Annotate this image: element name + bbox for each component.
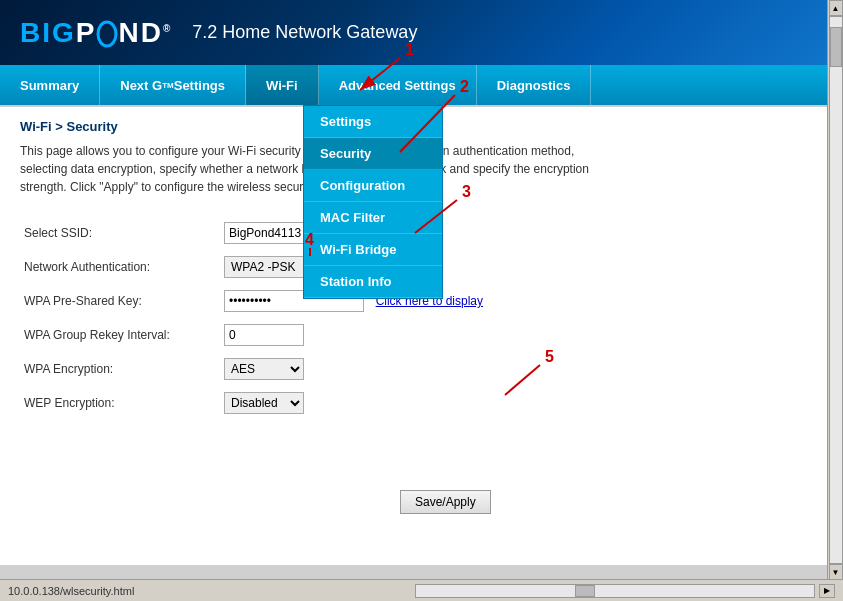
right-scrollbar[interactable]: ▲ ▼	[827, 0, 843, 580]
hscroll-right-btn[interactable]: ▶	[819, 584, 835, 598]
wep-value-cell: Disabled Enabled	[220, 386, 823, 420]
nav-diagnostics[interactable]: Diagnostics	[477, 65, 592, 105]
nav-summary[interactable]: Summary	[0, 65, 100, 105]
ssid-label: Select SSID:	[20, 216, 220, 250]
dropdown-wifibridge[interactable]: Wi-Fi Bridge	[304, 234, 442, 266]
nav-nextg[interactable]: Next GTM Settings	[100, 65, 246, 105]
dropdown-security[interactable]: Security	[304, 138, 442, 170]
scrollbar-thumb[interactable]	[575, 585, 595, 597]
save-apply-button[interactable]: Save/Apply	[400, 490, 491, 514]
scroll-track[interactable]	[829, 16, 843, 564]
scroll-down-btn[interactable]: ▼	[829, 564, 843, 580]
wifi-dropdown: Settings Security Configuration MAC Filt…	[303, 105, 443, 299]
status-url: 10.0.0.138/wlsecurity.html	[8, 585, 411, 597]
wep-label: WEP Encryption:	[20, 386, 220, 420]
encryption-row: WPA Encryption: AES TKIP AES+TKIP	[20, 352, 823, 386]
wep-row: WEP Encryption: Disabled Enabled	[20, 386, 823, 420]
dropdown-configuration[interactable]: Configuration	[304, 170, 442, 202]
encryption-select[interactable]: AES TKIP AES+TKIP	[224, 358, 304, 380]
wep-select[interactable]: Disabled Enabled	[224, 392, 304, 414]
rekey-value-cell	[220, 318, 823, 352]
dropdown-macfilter[interactable]: MAC Filter	[304, 202, 442, 234]
nav-wifi[interactable]: Wi-Fi	[246, 65, 319, 105]
scrollbar-track[interactable]	[416, 585, 814, 597]
header: BIGP ND® 7.2 Home Network Gateway	[0, 0, 843, 65]
logo: BIGP ND®	[20, 17, 172, 49]
auth-label: Network Authentication:	[20, 250, 220, 284]
horizontal-scrollbar[interactable]	[415, 584, 815, 598]
encryption-value-cell: AES TKIP AES+TKIP	[220, 352, 823, 386]
rekey-label: WPA Group Rekey Interval:	[20, 318, 220, 352]
page-wrapper: BIGP ND® 7.2 Home Network Gateway Summar…	[0, 0, 843, 601]
scroll-thumb[interactable]	[830, 27, 842, 67]
header-title: 7.2 Home Network Gateway	[192, 22, 417, 43]
encryption-label: WPA Encryption:	[20, 352, 220, 386]
rekey-row: WPA Group Rekey Interval:	[20, 318, 823, 352]
dropdown-settings[interactable]: Settings	[304, 106, 442, 138]
rekey-input[interactable]	[224, 324, 304, 346]
statusbar: 10.0.0.138/wlsecurity.html ▶	[0, 579, 843, 601]
save-apply-container: Save/Apply	[400, 460, 823, 514]
scroll-up-btn[interactable]: ▲	[829, 0, 843, 16]
nav-advanced[interactable]: Advanced Settings	[319, 65, 477, 105]
svg-point-0	[98, 22, 116, 46]
psk-label: WPA Pre-Shared Key:	[20, 284, 220, 318]
dropdown-stationinfo[interactable]: Station Info	[304, 266, 442, 298]
navbar: Summary Next GTM Settings Wi-Fi Advanced…	[0, 65, 843, 105]
